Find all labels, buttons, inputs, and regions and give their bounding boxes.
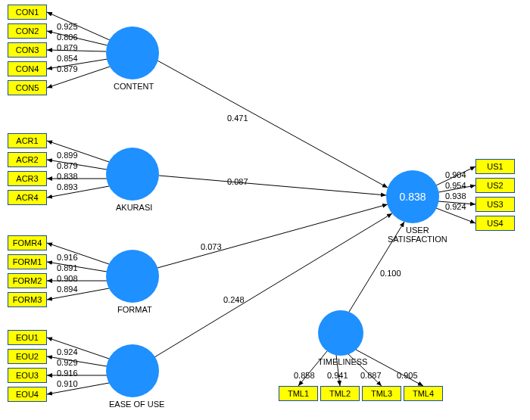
loading-eou3: 0.916 (57, 369, 78, 378)
loading-con3: 0.879 (57, 43, 78, 52)
latent-akurasi-label: AKURASI (116, 203, 152, 212)
usersat-r2: 0.838 (399, 191, 426, 203)
indicator-tml4: TML4 (404, 386, 443, 401)
path-format-us: 0.073 (201, 242, 222, 251)
loading-con4: 0.854 (57, 54, 78, 63)
indicator-acr3: ACR3 (8, 171, 47, 186)
path-content-us: 0.471 (227, 114, 248, 123)
loading-eou4: 0.910 (57, 379, 78, 388)
indicator-con2: CON2 (8, 23, 47, 39)
indicator-acr4: ACR4 (8, 190, 47, 205)
path-timeliness-us: 0.100 (380, 269, 401, 278)
loading-con5: 0.879 (57, 64, 78, 73)
indicator-us4: US4 (475, 216, 515, 231)
indicator-con3: CON3 (8, 42, 47, 58)
loading-eou2: 0.929 (57, 358, 78, 367)
indicator-form2: FORM2 (8, 273, 47, 288)
latent-ease-label: EASE OF USE (109, 400, 164, 409)
latent-content (106, 26, 159, 79)
svg-line-25 (157, 61, 388, 188)
latent-ease (106, 344, 159, 397)
indicator-form1: FORM1 (8, 254, 47, 269)
loading-us2: 0.954 (445, 181, 466, 190)
indicator-us3: US3 (475, 197, 515, 212)
loading-con1: 0.925 (57, 22, 78, 31)
indicator-con1: CON1 (8, 5, 47, 20)
latent-timeliness (318, 310, 363, 356)
indicator-tml2: TML2 (320, 386, 360, 401)
loading-form2: 0.908 (57, 274, 78, 283)
loading-fomr4: 0.916 (57, 253, 78, 262)
svg-line-27 (157, 204, 388, 268)
indicator-eou2: EOU2 (8, 349, 47, 364)
indicator-us1: US1 (475, 159, 515, 174)
indicator-acr2: ACR2 (8, 152, 47, 167)
loading-acr3: 0.838 (57, 172, 78, 181)
indicator-fomr4: FOMR4 (8, 235, 47, 250)
latent-format-label: FORMAT (117, 305, 152, 314)
indicator-eou3: EOU3 (8, 368, 47, 383)
indicator-form3: FORM3 (8, 292, 47, 307)
latent-usersat-label: USERSATISFACTION (388, 226, 447, 244)
loading-con2: 0.806 (57, 33, 78, 42)
latent-timeliness-label: TIMELINESS (318, 357, 367, 366)
svg-line-26 (159, 176, 386, 195)
loading-us3: 0.938 (445, 191, 466, 201)
indicator-con4: CON4 (8, 61, 47, 76)
loading-tml2: 0.941 (327, 371, 348, 380)
loading-tml3: 0.887 (360, 371, 382, 380)
indicator-tml3: TML3 (362, 386, 401, 401)
loading-tml1: 0.858 (294, 371, 315, 380)
loading-acr4: 0.893 (57, 182, 78, 191)
latent-akurasi (106, 148, 159, 201)
path-akurasi-us: 0.087 (227, 177, 248, 186)
indicator-eou1: EOU1 (8, 330, 47, 345)
loading-eou1: 0.924 (57, 347, 78, 356)
indicator-eou4: EOU4 (8, 387, 47, 402)
indicator-us2: US2 (475, 178, 515, 193)
loading-us4: 0.924 (445, 202, 466, 211)
svg-line-21 (298, 351, 327, 386)
loading-form1: 0.891 (57, 263, 78, 272)
indicator-tml1: TML1 (279, 386, 318, 401)
latent-content-label: CONTENT (114, 82, 154, 91)
loading-tml4: 0.905 (397, 371, 418, 380)
latent-format (106, 250, 159, 303)
svg-line-24 (356, 350, 423, 386)
path-ease-us: 0.248 (223, 295, 245, 304)
indicator-con5: CON5 (8, 80, 47, 95)
loading-form3: 0.894 (57, 285, 78, 294)
loading-acr1: 0.899 (57, 151, 78, 160)
loading-us1: 0.904 (445, 170, 466, 179)
latent-usersat: 0.838 (386, 170, 439, 223)
loading-acr2: 0.879 (57, 161, 78, 170)
indicator-acr1: ACR1 (8, 133, 47, 148)
